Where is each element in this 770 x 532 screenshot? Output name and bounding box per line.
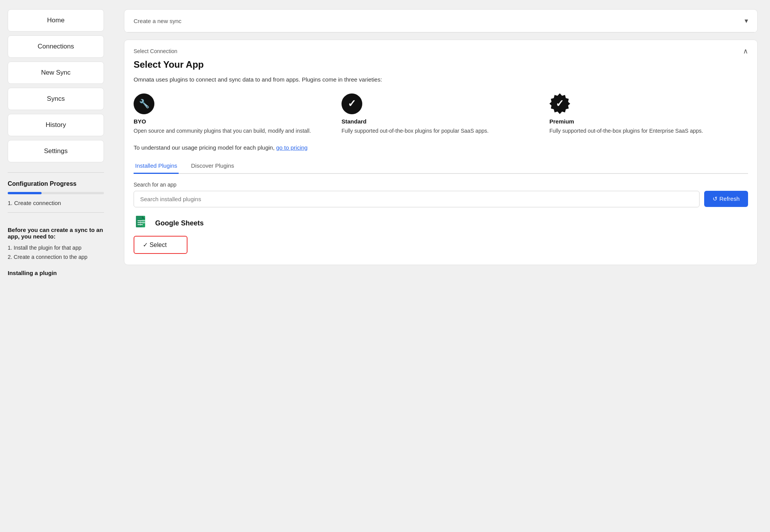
standard-icon: ✓ xyxy=(348,98,356,110)
select-connection-panel-header[interactable]: Select Connection ∧ xyxy=(124,40,757,55)
svg-rect-3 xyxy=(137,220,145,221)
progress-bar-track xyxy=(8,192,104,194)
standard-name: Standard xyxy=(341,118,540,125)
premium-name: Premium xyxy=(549,118,748,125)
config-progress-title: Configuration Progress xyxy=(8,180,104,187)
search-input[interactable] xyxy=(134,191,700,207)
before-step-2: Create a connection to the app xyxy=(8,253,104,262)
sidebar: Home Connections New Sync Syncs History … xyxy=(0,0,112,532)
installing-title: Installing a plugin xyxy=(8,270,104,276)
sidebar-item-new-sync[interactable]: New Sync xyxy=(8,62,104,84)
select-connection-card: Select Connection ∧ Select Your App Omna… xyxy=(124,40,758,265)
select-connection-panel-label: Select Connection xyxy=(134,48,177,54)
plugin-item-google-sheets: Google Sheets ✓ Select xyxy=(134,215,748,254)
refresh-button[interactable]: ↺ Refresh xyxy=(704,191,748,207)
premium-icon: ✓ xyxy=(556,98,564,110)
sidebar-item-syncs[interactable]: Syncs xyxy=(8,88,104,110)
tab-installed-plugins[interactable]: Installed Plugins xyxy=(134,158,179,174)
google-sheets-icon xyxy=(134,215,151,232)
standard-icon-circle: ✓ xyxy=(341,93,362,114)
byo-icon: 🔧 xyxy=(139,99,149,109)
config-progress-section: Configuration Progress Create connection xyxy=(8,180,104,206)
plugin-types-grid: 🔧 BYO Open source and community plugins … xyxy=(134,93,748,135)
byo-name: BYO xyxy=(134,118,332,125)
select-connection-panel-body: Select Your App Omnata uses plugins to c… xyxy=(124,55,757,265)
main-content: Create a new sync ▾ Select Connection ∧ … xyxy=(112,0,770,532)
create-sync-card: Create a new sync ▾ xyxy=(124,9,758,33)
svg-rect-1 xyxy=(136,216,142,227)
search-row: ↺ Refresh xyxy=(134,191,748,207)
plugin-type-standard: ✓ Standard Fully supported out-of-the-bo… xyxy=(341,93,540,135)
premium-icon-badge: ✓ xyxy=(549,93,570,114)
google-sheets-name: Google Sheets xyxy=(155,219,204,227)
svg-rect-4 xyxy=(137,222,145,223)
panel-description: Omnata uses plugins to connect and sync … xyxy=(134,75,748,84)
sidebar-divider-1 xyxy=(8,172,104,173)
byo-icon-circle: 🔧 xyxy=(134,93,154,114)
plugin-type-byo: 🔧 BYO Open source and community plugins … xyxy=(134,93,332,135)
sidebar-item-connections[interactable]: Connections xyxy=(8,35,104,58)
plugin-type-premium: ✓ Premium Fully supported out-of-the-box… xyxy=(549,93,748,135)
before-step-1: Install the plugin for that app xyxy=(8,243,104,253)
pricing-text: To understand our usage pricing model fo… xyxy=(134,144,276,151)
svg-rect-5 xyxy=(137,224,143,225)
config-step-1: Create connection xyxy=(8,200,104,206)
sidebar-item-home[interactable]: Home xyxy=(8,9,104,32)
select-button[interactable]: ✓ Select xyxy=(134,236,187,254)
plugins-tabs-bar: Installed Plugins Discover Plugins xyxy=(134,158,748,174)
sidebar-item-history[interactable]: History xyxy=(8,114,104,136)
tab-discover-plugins[interactable]: Discover Plugins xyxy=(189,158,236,174)
create-sync-label: Create a new sync xyxy=(134,18,181,24)
create-sync-header[interactable]: Create a new sync ▾ xyxy=(124,10,757,32)
before-title: Before you can create a sync to an app, … xyxy=(8,227,104,240)
plugin-name-row: Google Sheets xyxy=(134,215,748,232)
search-label: Search for an app xyxy=(134,182,748,188)
premium-desc: Fully supported out-of-the-box plugins f… xyxy=(549,127,748,135)
sidebar-item-settings[interactable]: Settings xyxy=(8,140,104,162)
progress-bar-fill xyxy=(8,192,42,194)
sidebar-divider-2 xyxy=(8,212,104,213)
google-sheets-svg xyxy=(134,215,151,232)
chevron-down-icon: ▾ xyxy=(745,17,748,25)
standard-desc: Fully supported out-of-the-box plugins f… xyxy=(341,127,540,135)
before-section: Before you can create a sync to an app, … xyxy=(8,227,104,262)
pricing-line: To understand our usage pricing model fo… xyxy=(134,144,748,151)
chevron-up-icon: ∧ xyxy=(743,47,748,55)
go-to-pricing-link[interactable]: go to pricing xyxy=(276,144,308,151)
installing-section: Installing a plugin xyxy=(8,270,104,276)
panel-title: Select Your App xyxy=(134,59,748,70)
byo-desc: Open source and community plugins that y… xyxy=(134,127,332,135)
